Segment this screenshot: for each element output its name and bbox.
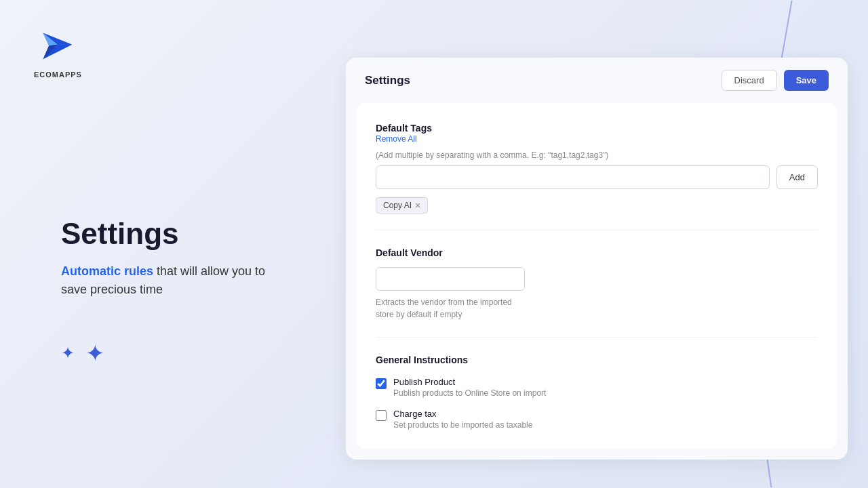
default-vendor-label: Default Vendor <box>376 247 443 258</box>
tags-list: Copy AI × <box>376 197 818 214</box>
remove-tag-icon[interactable]: × <box>415 201 420 210</box>
left-panel: Settings Automatic rules that will allow… <box>34 0 319 488</box>
vendor-input[interactable] <box>376 267 525 291</box>
header-buttons: Discard Save <box>722 70 829 91</box>
charge-tax-desc: Set products to be imported as taxable <box>393 420 532 430</box>
publish-product-label: Publish Product <box>393 377 546 387</box>
settings-panel: Settings Discard Save Default Tags Remov… <box>346 58 848 460</box>
general-instructions-section: General Instructions Publish Product Pub… <box>376 354 818 430</box>
checkbox-list: Publish Product Publish products to Onli… <box>376 377 818 430</box>
tag-chip-label: Copy AI <box>383 201 412 210</box>
sparkle-large-icon: ✦ <box>85 340 104 367</box>
tag-input[interactable] <box>376 165 770 189</box>
subtitle: Automatic rules that will allow you to s… <box>61 262 292 299</box>
general-instructions-label: General Instructions <box>376 354 468 365</box>
charge-tax-label: Charge tax <box>393 409 532 419</box>
settings-header: Settings Discard Save <box>346 58 848 103</box>
publish-product-checkbox[interactable] <box>376 378 387 389</box>
charge-tax-content: Charge tax Set products to be imported a… <box>393 409 532 430</box>
settings-body: Default Tags Remove All (Add multiple by… <box>357 103 837 449</box>
settings-panel-title: Settings <box>365 74 410 87</box>
save-button[interactable]: Save <box>784 70 829 91</box>
tag-chip: Copy AI × <box>376 197 428 214</box>
tags-hint: (Add multiple by separating with a comma… <box>376 150 818 160</box>
vendor-hint: Extracts the vendor from the imported st… <box>376 296 818 321</box>
remove-all-link[interactable]: Remove All <box>376 134 818 144</box>
page-title: Settings <box>61 216 292 252</box>
add-tag-button[interactable]: Add <box>776 165 818 189</box>
tag-input-row: Add <box>376 165 818 189</box>
default-vendor-section: Default Vendor Extracts the vendor from … <box>376 247 818 338</box>
discard-button[interactable]: Discard <box>722 70 777 91</box>
charge-tax-checkbox[interactable] <box>376 410 387 421</box>
sparkles-container: ✦ ✦ <box>61 340 292 367</box>
subtitle-highlight: Automatic rules <box>61 264 153 278</box>
publish-product-desc: Publish products to Online Store on impo… <box>393 388 546 398</box>
publish-product-content: Publish Product Publish products to Onli… <box>393 377 546 398</box>
checkbox-item-publish: Publish Product Publish products to Onli… <box>376 377 818 398</box>
default-tags-label: Default Tags <box>376 123 432 134</box>
sparkle-small-icon: ✦ <box>61 344 75 363</box>
checkbox-item-charge-tax: Charge tax Set products to be imported a… <box>376 409 818 430</box>
default-tags-section: Default Tags Remove All (Add multiple by… <box>376 122 818 230</box>
